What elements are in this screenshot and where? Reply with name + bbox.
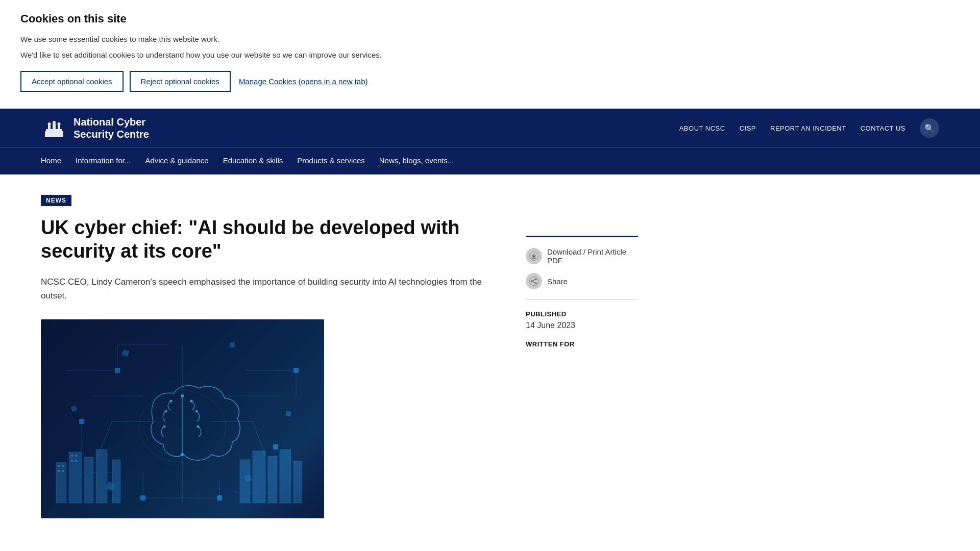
- logo-crest-icon: [41, 115, 67, 141]
- svg-point-6: [48, 122, 51, 126]
- svg-point-75: [531, 281, 533, 282]
- svg-rect-40: [56, 462, 66, 503]
- svg-rect-56: [71, 460, 73, 462]
- share-label: Share: [547, 277, 568, 286]
- site-header: National Cyber Security Centre ABOUT NCS…: [0, 109, 980, 174]
- article-main: NEWS UK cyber chief: "AI should be devel…: [41, 195, 485, 518]
- svg-line-78: [532, 280, 535, 281]
- svg-point-77: [535, 283, 537, 284]
- content-area: NEWS UK cyber chief: "AI should be devel…: [0, 174, 980, 549]
- svg-rect-67: [229, 342, 235, 348]
- svg-rect-57: [75, 460, 77, 462]
- nav-report[interactable]: REPORT AN INCIDENT: [770, 124, 846, 132]
- svg-rect-52: [58, 470, 60, 472]
- cookie-text-2: We'd like to set additional cookies to u…: [20, 49, 960, 61]
- site-logo[interactable]: National Cyber Security Centre: [41, 115, 149, 141]
- article-image: [41, 319, 324, 518]
- header-top-nav: ABOUT NCSC CISP REPORT AN INCIDENT CONTA…: [679, 118, 939, 138]
- svg-rect-46: [253, 451, 265, 503]
- svg-point-74: [530, 277, 538, 286]
- nav-advice[interactable]: Advice & guidance: [145, 148, 218, 174]
- sidebar-top-divider: [526, 236, 638, 237]
- svg-point-32: [165, 410, 167, 412]
- svg-rect-54: [71, 455, 73, 457]
- svg-rect-42: [84, 457, 93, 503]
- svg-rect-28: [273, 444, 278, 449]
- nav-news[interactable]: News, blogs, events...: [379, 148, 464, 174]
- circuit-bg-icon: [41, 319, 324, 518]
- svg-rect-53: [62, 470, 64, 472]
- svg-point-36: [197, 425, 200, 428]
- article-summary: NCSC CEO, Lindy Cameron's speech emphasi…: [41, 275, 485, 303]
- svg-point-34: [170, 399, 173, 402]
- news-badge: NEWS: [41, 195, 71, 206]
- svg-rect-50: [58, 465, 60, 467]
- published-label: PUBLISHED: [526, 310, 638, 318]
- download-icon: [526, 248, 542, 264]
- published-date: 14 June 2023: [526, 321, 638, 330]
- manage-cookies-button[interactable]: Manage Cookies (opens in a new tab): [237, 72, 370, 91]
- nav-home[interactable]: Home: [41, 148, 71, 174]
- cookie-buttons: Accept optional cookies Reject optional …: [20, 71, 960, 92]
- cookie-banner-title: Cookies on this site: [20, 12, 960, 26]
- cookie-text-1: We use some essential cookies to make th…: [20, 34, 960, 45]
- svg-rect-55: [75, 455, 77, 457]
- nav-information[interactable]: Information for...: [76, 148, 141, 174]
- nav-cisp[interactable]: CISP: [740, 124, 756, 132]
- cookie-banner: Cookies on this site We use some essenti…: [0, 0, 980, 109]
- written-for-label: WRITTEN FOR: [526, 340, 638, 348]
- article-title: UK cyber chief: "AI should be developed …: [41, 216, 485, 263]
- svg-point-35: [195, 410, 198, 412]
- svg-rect-47: [268, 456, 277, 503]
- svg-rect-49: [293, 461, 302, 503]
- svg-rect-27: [79, 419, 84, 424]
- svg-rect-9: [51, 134, 57, 136]
- nav-contact[interactable]: CONTACT US: [861, 124, 905, 132]
- nav-education[interactable]: Education & skills: [223, 148, 293, 174]
- reject-cookies-button[interactable]: Reject optional cookies: [130, 71, 231, 92]
- search-icon: 🔍: [924, 123, 935, 133]
- share-link[interactable]: Share: [526, 273, 638, 289]
- article-sidebar: Download / Print Article PDF Share PUBLI…: [526, 195, 638, 518]
- svg-rect-26: [293, 368, 299, 373]
- svg-point-33: [163, 425, 166, 428]
- svg-point-8: [58, 122, 61, 126]
- sidebar-divider-thin: [526, 299, 638, 300]
- svg-rect-44: [112, 460, 120, 503]
- svg-point-7: [53, 121, 56, 124]
- nav-products[interactable]: Products & services: [297, 148, 375, 174]
- svg-rect-4: [53, 123, 56, 130]
- search-button[interactable]: 🔍: [920, 118, 939, 138]
- svg-rect-5: [58, 125, 60, 130]
- svg-rect-3: [48, 125, 51, 130]
- share-icon: [526, 273, 542, 289]
- logo-text: National Cyber Security Centre: [74, 116, 149, 140]
- accept-cookies-button[interactable]: Accept optional cookies: [20, 71, 124, 92]
- svg-rect-51: [62, 465, 64, 467]
- svg-rect-70: [285, 411, 291, 417]
- header-top: National Cyber Security Centre ABOUT NCS…: [0, 109, 980, 148]
- article-image-inner: [41, 319, 324, 518]
- svg-rect-30: [217, 495, 222, 500]
- download-label: Download / Print Article PDF: [547, 247, 638, 265]
- download-pdf-link[interactable]: Download / Print Article PDF: [526, 247, 638, 265]
- nav-about[interactable]: ABOUT NCSC: [679, 124, 725, 132]
- svg-rect-48: [280, 449, 291, 503]
- svg-point-76: [535, 279, 537, 280]
- svg-rect-25: [115, 368, 120, 373]
- svg-point-37: [190, 399, 193, 402]
- svg-rect-45: [240, 460, 250, 503]
- svg-rect-29: [140, 495, 145, 500]
- svg-rect-43: [96, 449, 107, 503]
- svg-line-79: [532, 282, 535, 283]
- main-nav: Home Information for... Advice & guidanc…: [0, 148, 980, 174]
